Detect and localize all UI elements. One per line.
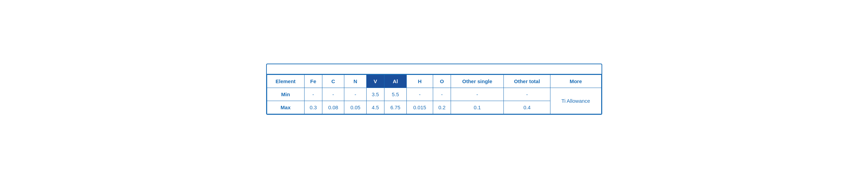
cell-other_total: 0.4 — [504, 101, 550, 114]
header-cell-other_single: Other single — [451, 75, 504, 88]
cell-n: 0.05 — [344, 101, 367, 114]
table-title — [267, 64, 602, 75]
cell-o: 0.2 — [433, 101, 451, 114]
cell-other_total: - — [504, 88, 550, 101]
cell-other_single: - — [451, 88, 504, 101]
cell-v: 3.5 — [367, 88, 384, 101]
header-cell-fe: Fe — [304, 75, 322, 88]
composition-table-wrapper: ElementFeCNVAlHOOther singleOther totalM… — [266, 64, 602, 115]
cell-h: 0.015 — [406, 101, 433, 114]
header-cell-c: C — [322, 75, 344, 88]
header-row: ElementFeCNVAlHOOther singleOther totalM… — [267, 75, 601, 88]
cell-al: 5.5 — [384, 88, 406, 101]
cell-v: 4.5 — [367, 101, 384, 114]
header-cell-other_total: Other total — [504, 75, 550, 88]
cell-fe: - — [304, 88, 322, 101]
cell-c: - — [322, 88, 344, 101]
table-body: Min---3.55.5----Ti AllowanceMax0.30.080.… — [267, 88, 601, 114]
composition-table: ElementFeCNVAlHOOther singleOther totalM… — [267, 75, 602, 114]
cell-al: 6.75 — [384, 101, 406, 114]
table-row: Min---3.55.5----Ti Allowance — [267, 88, 601, 101]
header-cell-element: Element — [267, 75, 304, 88]
cell-more-merged: Ti Allowance — [550, 88, 601, 114]
header-cell-o: O — [433, 75, 451, 88]
cell-other_single: 0.1 — [451, 101, 504, 114]
cell-c: 0.08 — [322, 101, 344, 114]
header-cell-v: V — [367, 75, 384, 88]
cell-element: Min — [267, 88, 304, 101]
header-cell-h: H — [406, 75, 433, 88]
cell-element: Max — [267, 101, 304, 114]
cell-fe: 0.3 — [304, 101, 322, 114]
cell-o: - — [433, 88, 451, 101]
cell-n: - — [344, 88, 367, 101]
header-cell-n: N — [344, 75, 367, 88]
header-cell-more: More — [550, 75, 601, 88]
cell-h: - — [406, 88, 433, 101]
header-cell-al: Al — [384, 75, 406, 88]
